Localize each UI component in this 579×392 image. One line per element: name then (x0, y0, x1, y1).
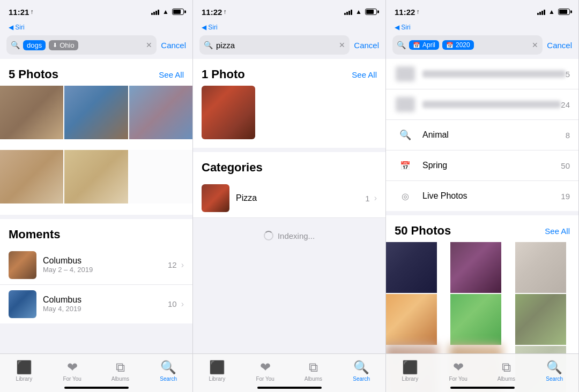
tab-label-library-2: Library (209, 376, 226, 382)
indexing-row: Indexing... (193, 218, 385, 253)
tab-foryou-3[interactable]: ❤ For You (434, 360, 482, 382)
category-count-0: 1 (365, 194, 369, 203)
tab-albums-1[interactable]: ⧉ Albums (96, 360, 145, 382)
panel-1: 11:21 ↑ ▲ ◀ Siri 🔍 dogs ⬇ Ohio (0, 0, 193, 392)
tab-search-1[interactable]: 🔍 Search (144, 360, 192, 382)
photo-3-3[interactable] (386, 294, 437, 345)
search-clear-icon-2[interactable]: ✕ (339, 41, 345, 49)
albums-icon-1: ⧉ (116, 360, 125, 375)
cancel-btn-3[interactable]: Cancel (547, 41, 572, 50)
tab-library-1[interactable]: ⬛ Library (0, 360, 48, 382)
cancel-btn-1[interactable]: Cancel (161, 41, 186, 50)
back-label-3[interactable]: ◀ Siri (386, 24, 578, 33)
status-bar-3: 11:22 ↑ ▲ (386, 0, 578, 24)
see-all-btn-3[interactable]: See All (545, 227, 570, 236)
foryou-icon-1: ❤ (67, 360, 78, 375)
library-icon-1: ⬛ (16, 360, 32, 375)
search-icon-2: 🔍 (353, 360, 369, 375)
search-input-wrap-1[interactable]: 🔍 dogs ⬇ Ohio ✕ (6, 35, 157, 55)
library-icon-2: ⬛ (209, 360, 225, 375)
list-count-spring: 50 (561, 161, 570, 170)
photos-section-1: 5 Photos See All (0, 59, 192, 215)
photos-title-1: 5 Photos (9, 67, 58, 81)
tab-library-3[interactable]: ⬛ Library (386, 360, 434, 382)
photo-3-5[interactable] (515, 294, 566, 345)
tab-albums-2[interactable]: ⧉ Albums (290, 360, 338, 382)
search-icon-1: 🔍 (160, 360, 176, 375)
photo-3-1[interactable] (450, 242, 501, 293)
moment-name-0: Columbus (43, 256, 161, 266)
category-row-0[interactable]: Pizza 1 › (193, 179, 385, 218)
search-input-wrap-2[interactable]: 🔍 pizza ✕ (199, 35, 350, 55)
tab-foryou-2[interactable]: ❤ For You (241, 360, 290, 382)
list-label-livephotos: Live Photos (422, 191, 561, 201)
status-right-1: ▲ (151, 8, 184, 16)
photos-title-3: 50 Photos (395, 224, 451, 238)
list-item-spring[interactable]: 📅 Spring 50 (386, 150, 578, 181)
pizza-photo-wrap[interactable] (193, 86, 385, 148)
back-label-2[interactable]: ◀ Siri (193, 24, 385, 33)
list-thumb-1 (395, 96, 416, 113)
search-glass-icon-1: 🔍 (11, 41, 20, 49)
search-clear-icon-3[interactable]: ✕ (532, 41, 538, 49)
photo-cell-6[interactable] (129, 150, 192, 213)
photo-3-2[interactable] (515, 242, 566, 293)
moment-row-0[interactable]: Columbus May 2 – 4, 2019 12 › (0, 246, 192, 285)
location-chip-icon: ⬇ (53, 42, 57, 49)
spring-icon: 📅 (395, 157, 416, 174)
list-count-animal: 8 (566, 131, 570, 140)
status-bar-1: 11:21 ↑ ▲ (0, 0, 192, 24)
list-item-animal[interactable]: 🔍 Animal 8 (386, 120, 578, 150)
see-all-btn-2[interactable]: See All (352, 70, 377, 79)
pizza-photo (202, 86, 255, 139)
tab-search-3[interactable]: 🔍 Search (530, 360, 578, 382)
photos-header-3: 50 Photos See All (386, 215, 578, 242)
tab-label-albums-1: Albums (112, 376, 129, 382)
tab-albums-3[interactable]: ⧉ Albums (482, 360, 531, 382)
list-label-spring: Spring (422, 161, 561, 170)
photo-cell-5[interactable] (64, 150, 128, 213)
moment-info-0: Columbus May 2 – 4, 2019 (43, 256, 161, 274)
photo-cell-4[interactable] (0, 150, 63, 213)
signal-bars-3 (537, 9, 545, 15)
foryou-icon-3: ❤ (453, 360, 464, 375)
tab-search-2[interactable]: 🔍 Search (337, 360, 385, 382)
back-label-1[interactable]: ◀ Siri (0, 24, 192, 33)
search-bar-2: 🔍 pizza ✕ Cancel (193, 33, 385, 59)
see-all-btn-1[interactable]: See All (159, 70, 184, 79)
tag-dogs[interactable]: dogs (23, 40, 46, 50)
tag-2020[interactable]: 📅 2020 (442, 40, 474, 50)
photo-cell-1[interactable] (0, 86, 63, 149)
panel-2: 11:22 ↑ ▲ ◀ Siri 🔍 pizza ✕ Cancel (193, 0, 386, 392)
wifi-icon-3: ▲ (548, 8, 555, 16)
moment-chevron-0: › (181, 260, 184, 270)
spinner-icon (264, 231, 273, 240)
status-bar-2: 11:22 ↑ ▲ (193, 0, 385, 24)
photo-3-4[interactable] (450, 294, 501, 345)
tab-foryou-1[interactable]: ❤ For You (48, 360, 96, 382)
albums-icon-2: ⧉ (309, 360, 318, 375)
wifi-icon-1: ▲ (162, 8, 169, 16)
list-item-livephotos[interactable]: ◎ Live Photos 19 (386, 181, 578, 211)
moment-date-0: May 2 – 4, 2019 (43, 266, 161, 274)
photo-cell-2[interactable] (64, 86, 128, 149)
panel-3-content: 5 24 🔍 Animal 8 📅 (386, 59, 578, 392)
photo-cell-3[interactable] (129, 86, 192, 149)
tab-library-2[interactable]: ⬛ Library (193, 360, 241, 382)
tag-ohio[interactable]: ⬇ Ohio (49, 40, 78, 50)
moment-row-1[interactable]: Columbus May 4, 2019 10 › (0, 285, 192, 323)
categories-section: Categories Pizza 1 › (193, 152, 385, 218)
search-clear-icon-1[interactable]: ✕ (146, 41, 152, 49)
search-input-wrap-3[interactable]: 🔍 📅 April 📅 2020 ✕ (392, 35, 543, 55)
tag-april[interactable]: 📅 April (409, 40, 439, 50)
list-item-blurred-0[interactable]: 5 (386, 59, 578, 89)
photo-3-0[interactable] (386, 242, 437, 293)
list-item-blurred-1[interactable]: 24 (386, 89, 578, 120)
cal-chip-icon-2020: 📅 (446, 42, 454, 49)
tab-label-foryou-1: For You (63, 376, 81, 382)
cancel-btn-2[interactable]: Cancel (354, 41, 379, 50)
status-time-2: 11:22 ↑ (202, 7, 226, 17)
livephotos-icon: ◎ (395, 187, 416, 205)
wifi-icon-2: ▲ (355, 8, 362, 16)
battery-icon-2 (365, 9, 377, 15)
